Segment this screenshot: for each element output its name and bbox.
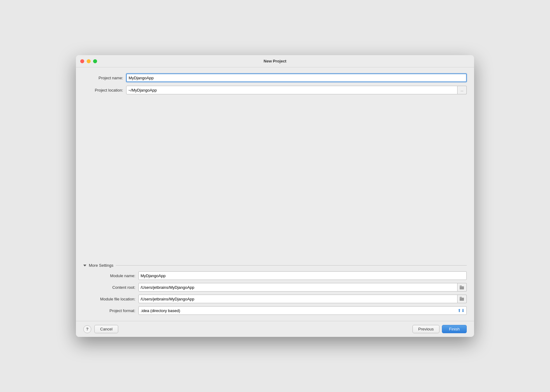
footer-left: ? Cancel [83,325,118,333]
module-file-location-row: Module file location: [83,295,467,303]
dialog-content: Project name: Project location: ... More… [76,67,474,321]
minimize-button[interactable] [87,59,91,63]
collapse-arrow-icon[interactable] [83,265,86,266]
content-root-row: Content root: [83,283,467,292]
module-file-location-label: Module file location: [83,297,138,301]
project-location-row: Project location: ... [83,86,467,94]
project-location-browse-button[interactable]: ... [458,86,467,94]
project-name-row: Project name: [83,74,467,82]
project-format-row: Project format: .idea (directory based) … [83,306,467,315]
window-controls [80,59,97,63]
svg-rect-1 [460,285,462,287]
content-root-input[interactable] [138,283,458,292]
project-location-input[interactable] [126,86,458,94]
help-button[interactable]: ? [83,325,91,333]
project-name-input[interactable] [126,74,467,82]
close-button[interactable] [80,59,84,63]
dialog-footer: ? Cancel Previous Finish [76,321,474,337]
svg-rect-3 [460,297,462,298]
cancel-button[interactable]: Cancel [94,325,118,333]
module-file-location-browse-button[interactable] [458,295,467,303]
content-root-browse-button[interactable] [458,283,467,292]
footer-right: Previous Finish [412,325,467,333]
module-file-location-input-group [138,295,467,303]
new-project-dialog: New Project Project name: Project locati… [76,55,474,337]
maximize-button[interactable] [93,59,97,63]
more-settings-section: More Settings Module name: Content root: [83,263,467,315]
more-settings-header: More Settings [83,263,467,268]
title-bar: New Project [76,55,474,67]
module-name-row: Module name: [83,271,467,280]
spacer [83,98,467,260]
folder-icon [460,285,465,289]
project-location-label: Project location: [83,88,126,92]
project-format-select[interactable]: .idea (directory based) .ipr (file based… [138,306,467,315]
content-root-input-group [138,283,467,292]
folder-icon-2 [460,297,465,301]
previous-button[interactable]: Previous [412,325,440,333]
more-settings-label: More Settings [89,263,113,268]
settings-grid: Module name: Content root: [83,271,467,315]
divider [116,265,467,266]
project-name-label: Project name: [83,76,126,80]
module-name-label: Module name: [83,273,138,278]
module-name-input[interactable] [138,271,467,280]
project-format-select-wrapper: .idea (directory based) .ipr (file based… [138,306,467,315]
content-root-label: Content root: [83,285,138,290]
project-format-label: Project format: [83,308,138,313]
finish-button[interactable]: Finish [442,325,467,333]
module-file-location-input[interactable] [138,295,458,303]
dialog-title: New Project [264,59,286,63]
